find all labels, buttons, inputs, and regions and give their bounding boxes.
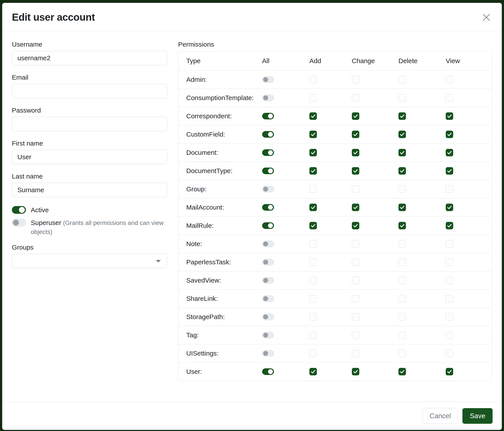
permission-change-checkbox[interactable]: [352, 313, 359, 321]
permission-all-toggle[interactable]: [262, 222, 274, 229]
permission-view-checkbox[interactable]: [446, 204, 453, 211]
permission-change-checkbox[interactable]: [352, 76, 359, 83]
permission-change-checkbox[interactable]: [352, 149, 359, 156]
permission-change-checkbox[interactable]: [352, 258, 359, 266]
permission-all-toggle[interactable]: [262, 204, 274, 211]
permission-change-checkbox[interactable]: [352, 240, 359, 248]
permission-delete-checkbox[interactable]: [398, 240, 406, 248]
permission-delete-checkbox[interactable]: [398, 167, 406, 175]
permission-view-checkbox[interactable]: [446, 277, 453, 284]
permission-all-toggle[interactable]: [262, 368, 274, 375]
permission-add-checkbox[interactable]: [309, 76, 317, 83]
permission-delete-checkbox[interactable]: [398, 131, 406, 138]
permission-view-checkbox[interactable]: [446, 131, 453, 138]
permission-view-checkbox[interactable]: [446, 76, 453, 83]
email-input[interactable]: [12, 84, 167, 98]
permission-delete-checkbox[interactable]: [398, 76, 406, 83]
column-header-add: Add: [309, 52, 352, 71]
permission-delete-checkbox[interactable]: [398, 331, 406, 339]
permission-delete-checkbox[interactable]: [398, 350, 406, 357]
permission-view-checkbox[interactable]: [446, 350, 453, 357]
superuser-toggle[interactable]: [12, 219, 26, 226]
permission-view-checkbox[interactable]: [446, 295, 453, 302]
permission-all-toggle-knob: [263, 296, 268, 301]
password-input[interactable]: [12, 117, 167, 131]
username-input[interactable]: [12, 51, 167, 65]
permission-all-toggle[interactable]: [262, 332, 274, 338]
permission-add-checkbox[interactable]: [309, 240, 317, 248]
permission-all-toggle[interactable]: [262, 295, 274, 302]
permission-add-checkbox[interactable]: [309, 222, 317, 229]
permission-all-toggle[interactable]: [262, 350, 274, 357]
permission-add-checkbox[interactable]: [309, 204, 317, 211]
permission-view-checkbox[interactable]: [446, 149, 453, 156]
permission-all-toggle[interactable]: [262, 186, 274, 192]
permission-delete-checkbox[interactable]: [398, 94, 406, 102]
permission-all-toggle[interactable]: [262, 76, 274, 83]
permission-view-checkbox[interactable]: [446, 240, 453, 248]
permission-view-checkbox[interactable]: [446, 258, 453, 266]
permission-all-toggle[interactable]: [262, 314, 274, 320]
permission-add-checkbox[interactable]: [309, 258, 317, 266]
permission-change-checkbox[interactable]: [352, 167, 359, 175]
first-name-input[interactable]: [12, 150, 167, 164]
permission-add-checkbox[interactable]: [309, 94, 317, 102]
permission-change-checkbox[interactable]: [352, 185, 359, 193]
permission-delete-checkbox[interactable]: [398, 112, 406, 120]
cancel-button[interactable]: Cancel: [423, 408, 458, 424]
permission-delete-checkbox[interactable]: [398, 368, 406, 375]
permission-add-checkbox[interactable]: [309, 295, 317, 302]
permission-add-checkbox[interactable]: [309, 185, 317, 193]
close-button[interactable]: [480, 11, 493, 24]
permission-all-toggle[interactable]: [262, 149, 274, 156]
permission-all-toggle[interactable]: [262, 131, 274, 138]
permission-delete-checkbox[interactable]: [398, 185, 406, 193]
permission-all-toggle[interactable]: [262, 241, 274, 247]
permission-change-checkbox[interactable]: [352, 131, 359, 138]
check-icon: [400, 205, 405, 210]
permission-add-checkbox[interactable]: [309, 368, 317, 375]
permission-view-checkbox[interactable]: [446, 222, 453, 229]
permission-change-checkbox[interactable]: [352, 350, 359, 357]
permission-add-checkbox[interactable]: [309, 350, 317, 357]
permission-change-checkbox[interactable]: [352, 331, 359, 339]
permission-delete-checkbox[interactable]: [398, 277, 406, 284]
permission-add-checkbox[interactable]: [309, 112, 317, 120]
permission-change-checkbox[interactable]: [352, 94, 359, 102]
permission-add-checkbox[interactable]: [309, 313, 317, 321]
permission-change-checkbox[interactable]: [352, 222, 359, 229]
permission-all-toggle[interactable]: [262, 259, 274, 265]
permission-view-checkbox[interactable]: [446, 112, 453, 120]
permission-add-checkbox[interactable]: [309, 167, 317, 175]
permission-delete-checkbox[interactable]: [398, 149, 406, 156]
permission-view-checkbox[interactable]: [446, 167, 453, 175]
permission-all-toggle[interactable]: [262, 168, 274, 174]
permission-add-checkbox[interactable]: [309, 149, 317, 156]
groups-select[interactable]: [12, 254, 167, 268]
permission-all-toggle[interactable]: [262, 95, 274, 101]
permission-add-checkbox[interactable]: [309, 331, 317, 339]
permission-change-checkbox[interactable]: [352, 368, 359, 375]
permission-delete-checkbox[interactable]: [398, 222, 406, 229]
permission-view-checkbox[interactable]: [446, 313, 453, 321]
active-toggle[interactable]: [12, 206, 26, 214]
permission-change-checkbox[interactable]: [352, 204, 359, 211]
permission-all-toggle[interactable]: [262, 277, 274, 284]
permission-add-checkbox[interactable]: [309, 277, 317, 284]
permission-delete-checkbox[interactable]: [398, 204, 406, 211]
permission-delete-checkbox[interactable]: [398, 258, 406, 266]
permission-change-checkbox[interactable]: [352, 112, 359, 120]
permission-view-checkbox[interactable]: [446, 185, 453, 193]
permission-add-checkbox[interactable]: [309, 131, 317, 138]
permission-view-checkbox[interactable]: [446, 94, 453, 102]
permission-delete-checkbox[interactable]: [398, 295, 406, 302]
permission-view-checkbox[interactable]: [446, 368, 453, 375]
permission-delete-checkbox[interactable]: [398, 313, 406, 321]
permission-row: Tag:: [178, 326, 492, 344]
permission-all-toggle[interactable]: [262, 113, 274, 119]
permission-view-checkbox[interactable]: [446, 331, 453, 339]
last-name-input[interactable]: [12, 183, 167, 197]
permission-change-checkbox[interactable]: [352, 295, 359, 302]
permission-change-checkbox[interactable]: [352, 277, 359, 284]
save-button[interactable]: Save: [462, 408, 493, 424]
